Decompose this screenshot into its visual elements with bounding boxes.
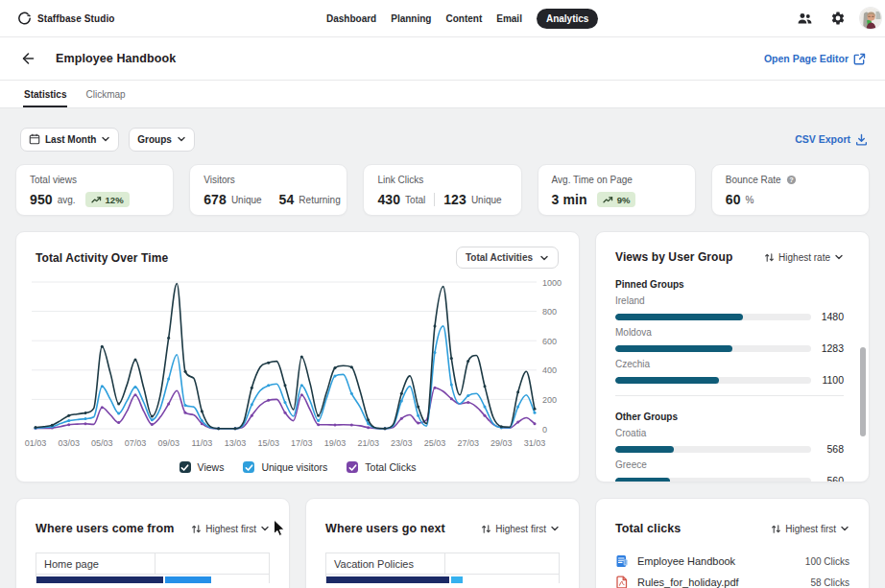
series-dot-views [267, 362, 270, 365]
x-axis-label-21/03: 21/03 [357, 438, 379, 448]
series-dot-unique [134, 386, 137, 388]
kpi-unit: avg. [58, 195, 76, 205]
csv-export-button[interactable]: CSV Export [795, 133, 870, 146]
series-dot-clicks [300, 393, 303, 396]
tab-statistics[interactable]: Statistics [23, 81, 67, 107]
total-activity-card: Total Activity Over Time Total Activitie… [15, 231, 580, 482]
series-dot-views [134, 359, 137, 362]
groups-sort-dropdown[interactable]: Highest rate [764, 252, 844, 263]
chevron-down-icon [539, 253, 549, 263]
legend-item-clicks[interactable]: Total Clicks [347, 461, 416, 473]
click-row-employee-handbook[interactable]: Employee Handbook100 Clicks [615, 551, 849, 572]
activities-dropdown[interactable]: Total Activities [456, 247, 559, 269]
group-bar-fill [615, 314, 743, 320]
kpi-trend-badge: 12% [85, 192, 130, 207]
group-name: Croatia [615, 428, 844, 439]
user-avatar[interactable] [860, 8, 881, 29]
group-name: Ireland [615, 295, 844, 307]
chevron-down-icon [840, 524, 849, 533]
series-dot-clicks [450, 397, 453, 400]
column-divider [444, 553, 445, 574]
y-axis-label-800: 800 [542, 307, 557, 317]
groups-sort-label: Highest rate [778, 252, 830, 263]
series-dot-unique [167, 377, 170, 380]
series-dot-unique [184, 404, 187, 407]
go-next-stacked-bar [326, 576, 559, 583]
legend-checkbox-views[interactable] [179, 461, 191, 473]
kpi-unit: Returning [299, 195, 340, 205]
x-axis-label-09/03: 09/03 [157, 438, 179, 448]
series-dot-unique [534, 412, 537, 414]
group-bar-track [615, 345, 811, 352]
date-range-dropdown[interactable]: Last Month [20, 128, 119, 152]
top-actions [793, 0, 885, 36]
x-axis-label-31/03: 31/03 [524, 438, 546, 448]
back-arrow-icon[interactable] [17, 48, 38, 69]
checkmark-icon [245, 463, 253, 472]
document-icon [615, 554, 629, 568]
series-dot-clicks [334, 424, 337, 427]
trend-up-icon [603, 196, 613, 204]
group-row-croatia: Croatia568 [615, 428, 844, 455]
series-dot-views [117, 402, 120, 405]
total-clicks-sort-label: Highest first [785, 524, 836, 534]
go-next-sort-dropdown[interactable]: Highest first [481, 524, 560, 534]
open-page-editor-link[interactable]: Open Page Editor [764, 53, 866, 65]
external-link-icon [853, 53, 866, 65]
x-axis-label-25/03: 25/03 [424, 438, 446, 448]
y-axis-label-0: 0 [542, 425, 547, 435]
checkmark-icon [180, 463, 189, 472]
brand[interactable]: Staffbase Studio [0, 12, 115, 26]
series-dot-views [516, 390, 519, 393]
series-dot-clicks [151, 423, 154, 426]
x-axis-label-01/03: 01/03 [25, 438, 47, 448]
kpi-card-link-clicks: Link Clicks430Total123Unique [363, 164, 521, 216]
nav-item-email[interactable]: Email [496, 13, 522, 24]
group-value: 1480 [819, 311, 844, 322]
tab-clickmap[interactable]: Clickmap [84, 81, 126, 107]
groups-dropdown[interactable]: Groups [129, 128, 195, 152]
click-row-rules-for-holiday-pdf[interactable]: Rules_for_holiday.pdf58 Clicks [615, 572, 849, 588]
legend-item-unique[interactable]: Unique visitors [243, 461, 327, 473]
info-icon[interactable]: ? [786, 175, 797, 185]
legend-checkbox-clicks[interactable] [347, 461, 358, 473]
go-next-sort-label: Highest first [495, 524, 546, 534]
kpi-divider [434, 193, 435, 206]
come-from-table: Home page [36, 553, 270, 583]
legend-checkbox-unique[interactable] [243, 461, 254, 473]
legend-item-views[interactable]: Views [179, 461, 225, 473]
group-name: Moldova [615, 327, 844, 339]
brand-name: Staffbase Studio [37, 13, 115, 24]
csv-export-label: CSV Export [795, 133, 850, 145]
nav-item-dashboard[interactable]: Dashboard [326, 13, 376, 24]
users-icon[interactable] [793, 7, 816, 30]
series-dot-clicks [117, 421, 120, 424]
page-header: Employee Handbook Open Page Editor [0, 37, 885, 81]
series-dot-unique [117, 412, 120, 414]
come-from-row[interactable]: Home page [36, 553, 269, 575]
kpi-label: Link Clicks [377, 175, 423, 185]
series-dot-unique [334, 374, 337, 377]
groups-divider [615, 395, 844, 396]
nav-item-analytics[interactable]: Analytics [537, 9, 598, 29]
kpi-card-total-views: Total views950avg.12% [15, 164, 174, 216]
series-dot-views [367, 418, 370, 421]
series-dot-views [35, 426, 37, 429]
x-axis-label-27/03: 27/03 [457, 438, 479, 448]
series-dot-clicks [350, 424, 353, 427]
group-row-greece: Greece560 [615, 459, 844, 482]
nav-item-content[interactable]: Content [445, 13, 482, 24]
group-value: 1283 [819, 342, 844, 354]
total-clicks-sort-dropdown[interactable]: Highest first [771, 524, 849, 534]
go-next-row[interactable]: Vacation Policies [326, 553, 559, 575]
series-dot-unique [251, 403, 253, 406]
group-value: 568 [819, 443, 844, 455]
groups-scrollbar[interactable] [860, 347, 866, 436]
series-line-clicks [36, 388, 535, 429]
chart-legend: ViewsUnique visitorsTotal Clicks [16, 461, 579, 473]
settings-gear-icon[interactable] [826, 7, 849, 30]
nav-item-planning[interactable]: Planning [391, 13, 431, 24]
come-from-sort-dropdown[interactable]: Highest first [191, 524, 270, 534]
x-axis-label-23/03: 23/03 [391, 438, 413, 448]
series-dot-views [466, 360, 469, 363]
